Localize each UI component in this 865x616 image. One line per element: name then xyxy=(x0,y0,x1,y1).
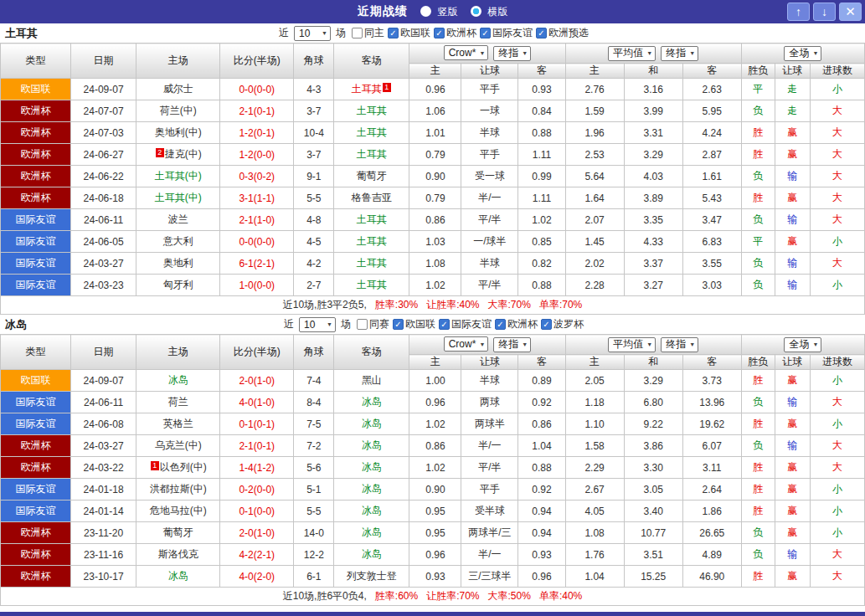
filter-checkbox[interactable]: 同主 xyxy=(352,26,384,40)
home-team-name: 斯洛伐克 xyxy=(158,548,198,560)
asian-away-odds: 0.89 xyxy=(518,370,565,392)
filter-checkbox[interactable]: ✓欧国联 xyxy=(388,26,430,40)
recent-count-select[interactable]: 10▼ xyxy=(299,317,336,332)
filter-checkbox[interactable]: ✓欧洲杯 xyxy=(434,26,476,40)
filter-checkbox[interactable]: ✓国际友谊 xyxy=(439,317,492,331)
euro-away-odds: 3.11 xyxy=(682,457,741,479)
match-row: 国际友谊24-01-18洪都拉斯(中)0-2(0-0)5-1冰岛0.90平手0.… xyxy=(1,479,865,501)
euro-time-select[interactable]: 终指▼ xyxy=(661,46,698,61)
match-date: 23-11-20 xyxy=(71,522,136,544)
asian-home-odds: 1.03 xyxy=(409,231,461,253)
euro-draw-odds: 4.03 xyxy=(624,166,682,187)
checkbox-icon[interactable]: ✓ xyxy=(393,319,404,330)
goals-result: 大 xyxy=(810,544,864,566)
away-team-name: 格鲁吉亚 xyxy=(352,192,392,203)
checkbox-icon[interactable]: ✓ xyxy=(388,28,399,38)
checkbox-icon[interactable]: ✓ xyxy=(536,28,547,38)
euro-home-odds: 1.08 xyxy=(565,522,624,544)
team-section: 冰岛近10▼场同赛✓欧国联✓国际友谊✓欧洲杯✓波罗杯类型日期主场比分(半场)角球… xyxy=(0,315,865,606)
sub-col-header: 客 xyxy=(518,64,565,79)
away-team-cell: 土耳其 xyxy=(334,253,409,275)
asian-home-odds: 0.96 xyxy=(409,79,461,100)
handicap-line: 两球半 xyxy=(461,413,518,435)
checkbox-icon[interactable]: ✓ xyxy=(480,28,491,38)
checkbox-icon[interactable] xyxy=(352,28,363,38)
competition-type: 国际友谊 xyxy=(1,413,71,435)
goals-result: 小 xyxy=(810,231,864,253)
odds-time-select-value: 终指 xyxy=(498,337,518,352)
filter-checkbox[interactable]: ✓欧洲杯 xyxy=(495,317,538,331)
match-date: 24-06-27 xyxy=(71,144,136,166)
outcome-result: 负 xyxy=(741,209,775,231)
competition-type: 欧洲杯 xyxy=(1,144,71,166)
summary-stat: 大率:70% xyxy=(488,299,531,311)
radio-vertical-layout[interactable] xyxy=(420,6,431,17)
away-team-name: 土耳其 xyxy=(357,148,387,160)
filter-checkbox-label: 国际友谊 xyxy=(451,317,492,331)
checkbox-icon[interactable]: ✓ xyxy=(434,28,445,38)
checkbox-icon[interactable] xyxy=(357,319,368,330)
handicap-line: 平/半 xyxy=(461,209,518,231)
handicap-line: 两球 xyxy=(461,392,518,413)
away-team-cell: 冰岛 xyxy=(334,392,409,413)
checkbox-icon[interactable]: ✓ xyxy=(541,319,552,330)
col-header: 客场 xyxy=(334,335,409,370)
summary-stat: 让胜率:40% xyxy=(426,299,479,311)
checkbox-icon[interactable]: ✓ xyxy=(439,319,450,330)
home-team-cell: 洪都拉斯(中) xyxy=(136,479,220,501)
filter-checkbox[interactable]: ✓欧国联 xyxy=(393,317,435,331)
handicap-result: 赢 xyxy=(775,479,810,501)
bookmaker-select-value: Crow* xyxy=(449,47,476,59)
match-date: 24-01-18 xyxy=(71,479,136,501)
average-select[interactable]: 平均值▼ xyxy=(608,337,656,352)
odds-time-select[interactable]: 终指▼ xyxy=(493,46,531,61)
bookmaker-select[interactable]: Crow*▼ xyxy=(444,336,489,352)
euro-time-select[interactable]: 终指▼ xyxy=(661,337,698,352)
outcome-result: 胜 xyxy=(741,187,775,209)
asian-away-odds: 0.93 xyxy=(518,544,565,566)
filter-checkbox[interactable]: ✓欧洲预选 xyxy=(536,26,589,40)
summary-record: 近10场,胜6平0负4, xyxy=(283,590,367,602)
asian-away-odds: 0.93 xyxy=(518,79,565,100)
close-button[interactable]: ✕ xyxy=(839,3,862,21)
corner-count: 5-5 xyxy=(294,187,334,209)
sub-col-header: 胜负 xyxy=(741,64,775,79)
section-toolbar: 土耳其近10▼场同主✓欧国联✓欧洲杯✓国际友谊✓欧洲预选 xyxy=(0,23,865,43)
handicap-line: 半球 xyxy=(461,122,518,144)
filter-checkbox[interactable]: ✓国际友谊 xyxy=(480,26,533,40)
handicap-result: 赢 xyxy=(775,231,810,253)
outcome-result: 胜 xyxy=(741,457,775,479)
move-down-button[interactable]: ↓ xyxy=(813,3,836,21)
filter-checkbox[interactable]: ✓波罗杯 xyxy=(541,317,584,331)
team-name: 冰岛 xyxy=(5,317,27,332)
match-date: 24-06-05 xyxy=(71,231,136,253)
filter-checkbox[interactable]: 同赛 xyxy=(357,317,389,331)
away-team-name: 冰岛 xyxy=(362,548,382,560)
move-up-button[interactable]: ↑ xyxy=(787,3,810,21)
away-team-name: 冰岛 xyxy=(362,483,382,495)
radio-horizontal-label: 横版 xyxy=(487,6,507,18)
recent-count-select[interactable]: 10▼ xyxy=(294,26,331,41)
odds-time-select[interactable]: 终指▼ xyxy=(493,337,531,352)
scope-select[interactable]: 全场▼ xyxy=(784,337,821,352)
average-select[interactable]: 平均值▼ xyxy=(608,46,656,61)
goals-result: 大 xyxy=(810,457,864,479)
euro-draw-odds: 3.31 xyxy=(624,122,682,144)
away-team-name: 冰岛 xyxy=(362,526,382,538)
radio-horizontal-layout[interactable] xyxy=(471,6,481,17)
match-row: 欧洲杯24-06-22土耳其(中)0-3(0-2)9-1葡萄牙0.90受一球0.… xyxy=(1,166,865,187)
chevron-down-icon: ▼ xyxy=(812,50,818,56)
col-header: 角球 xyxy=(294,44,334,79)
home-team-cell: 英格兰 xyxy=(136,413,220,435)
checkbox-icon[interactable]: ✓ xyxy=(495,319,506,330)
bookmaker-select[interactable]: Crow*▼ xyxy=(444,45,489,60)
scope-select[interactable]: 全场▼ xyxy=(784,46,821,61)
home-team-name: 英格兰 xyxy=(163,418,193,429)
euro-away-odds: 5.43 xyxy=(682,187,741,209)
sub-col-header: 主 xyxy=(409,355,461,370)
handicap-result: 输 xyxy=(775,435,810,457)
competition-type: 欧洲杯 xyxy=(1,435,71,457)
asian-home-odds: 0.93 xyxy=(409,566,461,588)
away-team-name: 冰岛 xyxy=(362,461,382,473)
euro-away-odds: 2.64 xyxy=(682,479,741,501)
